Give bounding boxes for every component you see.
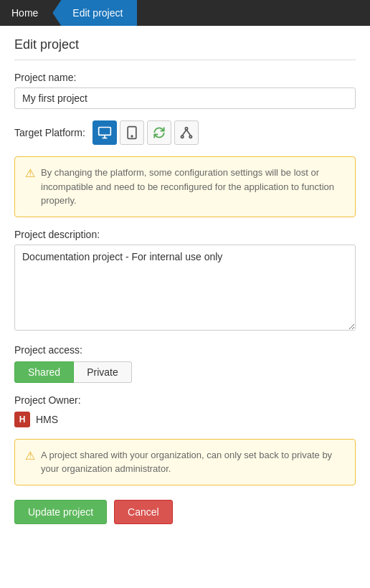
platform-warning-box: ⚠ By changing the platform, some configu…: [14, 156, 356, 217]
warning-icon: ⚠: [25, 166, 35, 180]
title-divider: [14, 60, 356, 60]
platform-tablet-btn[interactable]: [120, 120, 144, 145]
access-private-btn[interactable]: Private: [74, 361, 132, 383]
access-shared-btn[interactable]: Shared: [14, 361, 74, 383]
refresh-icon: [152, 125, 166, 140]
svg-point-4: [131, 136, 133, 137]
project-name-input[interactable]: [14, 87, 356, 109]
page-title: Edit project: [14, 37, 356, 52]
platform-refresh-btn[interactable]: [147, 120, 171, 145]
svg-point-7: [189, 136, 191, 138]
owner-label: Project Owner:: [14, 394, 356, 406]
breadcrumb-current: Edit project: [52, 0, 137, 26]
owner-row: H HMS: [14, 412, 356, 427]
breadcrumb-home[interactable]: Home: [0, 0, 52, 26]
shared-info-text: A project shared with your organization,…: [41, 448, 345, 476]
access-buttons: Shared Private: [14, 361, 356, 383]
description-label: Project description:: [14, 229, 356, 240]
svg-line-9: [186, 130, 191, 136]
shared-info-box: ⚠ A project shared with your organizatio…: [14, 439, 356, 485]
breadcrumb: Home Edit project: [0, 0, 370, 26]
cancel-button[interactable]: Cancel: [114, 500, 173, 524]
desktop-icon: [98, 125, 112, 140]
project-name-label: Project name:: [14, 72, 356, 83]
project-access-group: Project access: Shared Private: [14, 344, 356, 383]
target-platform-group: Target Platform:: [14, 120, 356, 145]
project-owner-group: Project Owner: H HMS: [14, 394, 356, 427]
project-name-group: Project name:: [14, 72, 356, 109]
platform-network-btn[interactable]: [174, 120, 199, 145]
svg-line-8: [182, 130, 186, 136]
owner-avatar: H: [14, 412, 30, 427]
update-project-button[interactable]: Update project: [14, 500, 107, 524]
description-textarea[interactable]: Documentation project - For internal use…: [14, 245, 356, 331]
platform-desktop-btn[interactable]: [92, 120, 117, 145]
svg-rect-0: [98, 128, 110, 136]
svg-point-5: [185, 128, 187, 130]
platform-label: Target Platform:: [14, 127, 85, 138]
action-buttons: Update project Cancel: [14, 500, 356, 524]
platform-warning-text: By changing the platform, some configura…: [41, 166, 345, 208]
tablet-icon: [125, 125, 139, 140]
network-icon: [179, 125, 194, 140]
main-content: Edit project Project name: Target Platfo…: [0, 26, 370, 539]
svg-point-6: [181, 136, 183, 138]
home-label: Home: [11, 7, 38, 19]
access-label: Project access:: [14, 344, 356, 356]
description-group: Project description: Documentation proje…: [14, 229, 356, 333]
current-label: Edit project: [72, 7, 123, 19]
owner-name: HMS: [36, 414, 58, 425]
info-warning-icon: ⚠: [25, 449, 35, 463]
